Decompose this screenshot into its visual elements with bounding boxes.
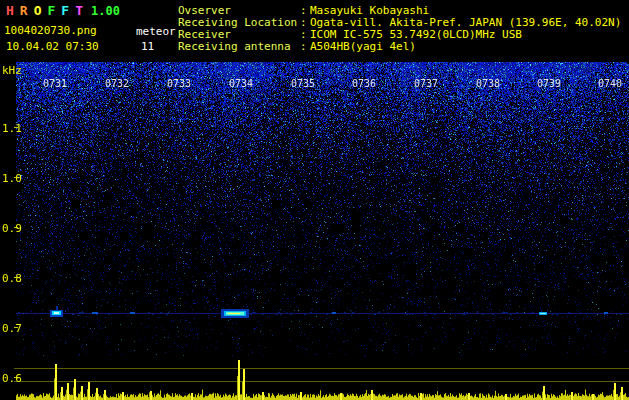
y-tick-label: 1.1 [2, 122, 22, 135]
station-info-block: Ovserver:Masayuki Kobayashi Receiving Lo… [178, 5, 621, 53]
y-tick-label: 0.9 [2, 222, 22, 235]
spectrogram-canvas [0, 62, 629, 356]
x-tick-label: 0735 [290, 78, 316, 89]
logo-letter: F [61, 3, 69, 18]
y-tick-label: 0.8 [2, 272, 22, 285]
x-tick-label: 0731 [42, 78, 68, 89]
x-tick-label: 0736 [351, 78, 377, 89]
x-tick-label: 0732 [104, 78, 130, 89]
y-tick-label: 1.0 [2, 172, 22, 185]
app-version: 1.00 [91, 4, 120, 18]
logo-letter: T [75, 3, 83, 18]
y-tick-label: 0.6 [2, 372, 22, 385]
logo-letter: R [20, 3, 28, 18]
colon: : [300, 41, 310, 53]
y-tick-label: 0.7 [2, 322, 22, 335]
mode-label: meteor [136, 25, 176, 38]
hrofft-screen: HROFFT1.00 1004020730.png meteor 10.04.0… [0, 0, 629, 400]
amplitude-canvas [0, 356, 629, 400]
output-filename: 1004020730.png [4, 24, 97, 37]
antenna-value: A504HB(yagi 4el) [310, 40, 416, 53]
x-tick-label: 0733 [166, 78, 192, 89]
antenna-row: Receiving antenna:A504HB(yagi 4el) [178, 41, 621, 53]
antenna-label: Receiving antenna [178, 41, 300, 53]
app-logo: HROFFT1.00 [6, 3, 120, 18]
record-datetime: 10.04.02 07:30 [6, 40, 99, 53]
logo-letter: F [47, 3, 55, 18]
meteor-count: 11 [141, 40, 154, 53]
logo-letter: O [34, 3, 42, 18]
y-axis-unit: kHz [2, 64, 22, 77]
x-tick-label: 0740 [597, 78, 623, 89]
logo-letter: H [6, 3, 14, 18]
x-tick-label: 0738 [475, 78, 501, 89]
x-tick-label: 0739 [536, 78, 562, 89]
x-tick-label: 0734 [228, 78, 254, 89]
x-tick-label: 0737 [413, 78, 439, 89]
